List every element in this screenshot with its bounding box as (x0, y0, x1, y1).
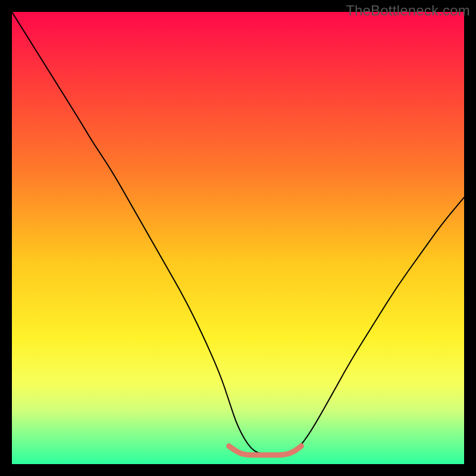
chart-frame: TheBottleneck.com (0, 0, 476, 476)
watermark-text: TheBottleneck.com (346, 2, 470, 19)
plot-area (12, 12, 464, 464)
curve-layer (12, 12, 464, 464)
bottleneck-curve (12, 12, 464, 455)
optimal-zone (229, 446, 302, 455)
